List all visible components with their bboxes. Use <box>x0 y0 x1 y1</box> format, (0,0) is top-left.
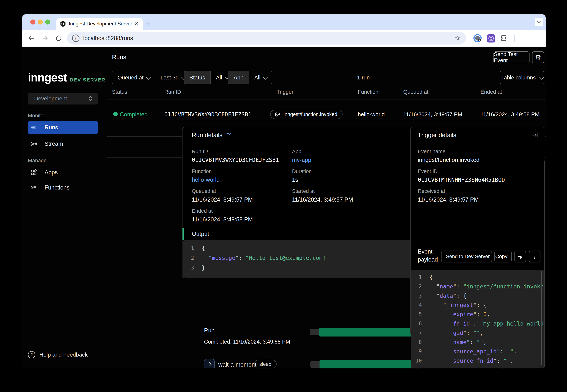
site-info-icon[interactable]: i <box>72 35 79 42</box>
inngest-wordmark: inngest <box>28 71 67 84</box>
run-bar-queue-segment <box>310 329 319 336</box>
sidebar-section-manage: Manage <box>28 158 47 164</box>
back-button[interactable] <box>26 30 37 47</box>
row-status: Completed <box>120 111 148 118</box>
column-header-run-id[interactable]: Run ID <box>164 89 181 95</box>
help-and-feedback[interactable]: ? Help and Feedback <box>28 351 88 358</box>
reload-button[interactable] <box>53 30 64 47</box>
field-app: App my-app <box>292 149 311 163</box>
inngest-app: inngest DEV SERVER Development Monitor R… <box>22 47 546 368</box>
event-icon <box>275 112 281 117</box>
inngest-favicon-icon <box>60 21 66 27</box>
app-filter-label: App <box>234 74 243 81</box>
field-value: 01JCVBTMV3WXY9D3CFDEJFZSB1 <box>192 157 279 163</box>
url-text[interactable]: localhost:8288/runs <box>83 35 133 42</box>
field-label: Received at <box>418 188 479 194</box>
tab-close-icon[interactable]: ✕ <box>134 21 139 27</box>
field-label: Function <box>192 168 220 174</box>
tab-search-button[interactable] <box>535 18 543 26</box>
page-title: Runs <box>112 54 126 61</box>
field-label: Ended at <box>192 208 253 214</box>
field-value: inngest/function.invoked <box>418 157 480 163</box>
sidebar-item-runs[interactable]: Runs <box>28 121 98 134</box>
send-test-event-button[interactable]: Send Test Event <box>494 51 529 63</box>
field-received-at: Received at 11/16/2024, 3:49:57 PM <box>418 188 479 203</box>
bookmark-star-icon[interactable]: ☆ <box>454 34 460 42</box>
field-value: 11/16/2024, 3:49:58 PM <box>192 216 253 223</box>
field-label: Event ID <box>418 168 505 174</box>
password-manager-extension-icon[interactable] <box>472 30 483 47</box>
scroll-to-bottom-icon[interactable] <box>529 251 540 263</box>
sidebar-item-apps[interactable]: Apps <box>28 166 98 179</box>
field-value: 11/16/2024, 3:49:57 PM <box>292 196 353 203</box>
browser-toolbar: i localhost:8288/runs ☆ <box>22 30 546 47</box>
function-link[interactable]: hello-world <box>192 177 220 183</box>
send-to-dev-server-button[interactable]: Send to Dev Server <box>441 251 495 263</box>
run-count: 1 run <box>357 71 370 84</box>
sidebar-item-label: Apps <box>44 169 58 176</box>
dev-server-tag: DEV SERVER <box>70 77 105 83</box>
row-ended-at: 11/16/2024, 3:49:58 PM <box>481 111 539 117</box>
app-filter[interactable]: App All <box>228 71 272 84</box>
code-line: 10 "source_fn_id": "", <box>411 356 545 365</box>
help-label: Help and Feedback <box>39 351 88 358</box>
chevron-down-icon <box>263 75 268 80</box>
column-header-trigger[interactable]: Trigger <box>277 89 294 95</box>
code-line: 7 "gid": "", <box>411 328 545 337</box>
column-header-function[interactable]: Function <box>358 89 378 95</box>
timeline-run-label: Run <box>204 327 215 334</box>
status-filter-value: All <box>216 74 222 81</box>
column-header-ended-at[interactable]: Ended at <box>481 89 502 95</box>
external-link-icon[interactable] <box>226 132 232 138</box>
app-filter-value: All <box>254 74 260 81</box>
status-filter[interactable]: Status All <box>184 71 234 84</box>
settings-gear-button[interactable]: ⚙ <box>532 51 544 63</box>
field-label: Run ID <box>192 149 279 154</box>
row-run-id[interactable]: 01JCVBTMV3WXY9D3CFDEJFZSB1 <box>164 111 252 118</box>
event-payload-title: Event payload <box>418 248 444 264</box>
app-link[interactable]: my-app <box>292 157 311 163</box>
main-content: Runs Send Test Event ⚙ Queued at Last 3d… <box>107 47 546 368</box>
status-filter-label: Status <box>189 74 205 81</box>
new-tab-button[interactable]: + <box>146 21 150 27</box>
url-bar[interactable]: i localhost:8288/runs ☆ <box>67 32 466 44</box>
page-scrollbar[interactable] <box>544 161 545 367</box>
code-line: 4 "_inngest": { <box>411 300 545 309</box>
code-line: 5 "expire": 0, <box>411 309 545 319</box>
field-label: App <box>292 149 311 154</box>
maximize-window-button[interactable] <box>45 19 50 25</box>
column-header-queued-at[interactable]: Queued at <box>403 89 428 95</box>
field-value: 1s <box>292 177 312 183</box>
purple-extension-icon[interactable] <box>487 34 495 42</box>
divider <box>107 99 546 99</box>
desktop: Inngest Development Server ✕ + i localho… <box>0 0 567 392</box>
forward-button[interactable] <box>40 30 51 47</box>
event-payload-code-block[interactable]: 1{2 "name": "inngest/function.invoked",3… <box>411 270 545 368</box>
toolbar-divider <box>514 35 515 42</box>
queued-at-filter[interactable]: Queued at Last 3d <box>112 71 190 84</box>
environment-value: Development <box>34 95 67 102</box>
environment-select[interactable]: Development <box>28 93 98 104</box>
step-bar-queue-segment <box>310 361 320 368</box>
code-line: 1{ <box>411 272 545 282</box>
runs-list-icon <box>28 124 40 131</box>
field-run-id: Run ID 01JCVBTMV3WXY9D3CFDEJFZSB1 <box>192 149 279 163</box>
trigger-details-header: Trigger details <box>411 127 545 143</box>
payload-copy-button[interactable]: Copy <box>491 251 512 263</box>
table-columns-button[interactable]: Table columns <box>500 71 544 84</box>
trigger-pill[interactable]: inngest/function.invoked <box>270 110 342 119</box>
browser-tab[interactable]: Inngest Development Server ✕ <box>57 18 142 30</box>
payload-scrollbar[interactable] <box>541 271 542 365</box>
collapse-panel-icon[interactable] <box>532 132 538 138</box>
sidebar-item-functions[interactable]: Functions <box>28 181 98 194</box>
expand-step-button[interactable] <box>204 359 215 368</box>
logo: inngest DEV SERVER <box>28 71 105 84</box>
minimize-window-button[interactable] <box>38 19 43 25</box>
word-wrap-icon[interactable] <box>514 251 526 263</box>
sidebar-item-stream[interactable]: Stream <box>28 137 98 150</box>
chevron-down-icon <box>146 75 151 80</box>
extensions-puzzle-icon[interactable] <box>497 30 510 47</box>
column-header-status[interactable]: Status <box>112 89 127 95</box>
output-title: Output <box>192 231 209 238</box>
close-window-button[interactable] <box>30 19 35 25</box>
